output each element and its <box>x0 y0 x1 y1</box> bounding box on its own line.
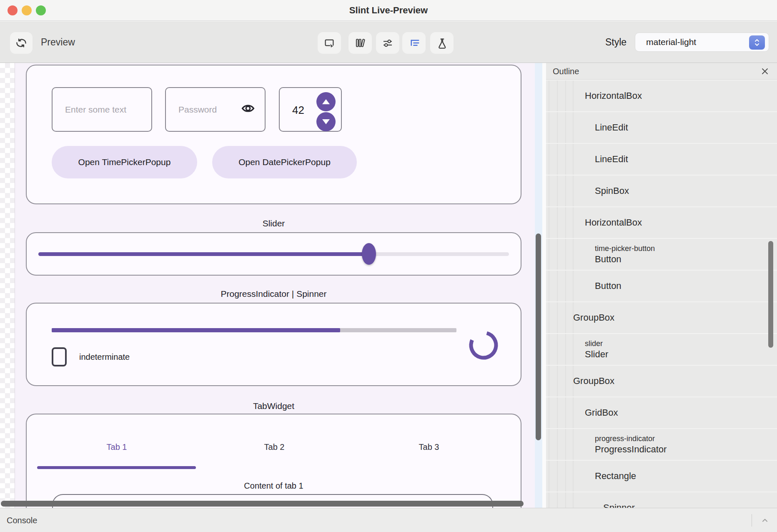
tree-item-spinner[interactable]: Spinner <box>546 492 777 508</box>
password-input-placeholder: Password <box>178 105 217 115</box>
content-area: Enter some text Password 42 Open TimePic… <box>0 63 777 508</box>
spinner-icon <box>468 329 499 363</box>
tree-item-time-picker-button[interactable]: time-picker-buttonButton <box>546 238 777 270</box>
tree-item-groupbox[interactable]: GroupBox <box>546 365 777 396</box>
tabwidget-section-title: TabWidget <box>26 400 521 412</box>
style-dropdown-value: material-light <box>646 37 696 47</box>
spinbox[interactable]: 42 <box>279 87 342 132</box>
triangle-down-icon <box>322 119 330 124</box>
tree-item-progress-indicator[interactable]: progress-indicatorProgressIndicator <box>546 428 777 460</box>
expand-console-button[interactable] <box>759 515 770 526</box>
progress-groupbox <box>26 303 521 386</box>
tree-item-button[interactable]: Button <box>546 270 777 301</box>
outline-header: Outline <box>546 63 777 80</box>
progress-fill <box>52 328 340 332</box>
inputs-groupbox <box>26 65 521 204</box>
close-outline-button[interactable] <box>759 66 770 77</box>
tree-item-spinbox[interactable]: SpinBox <box>546 175 777 206</box>
slider-section-title: Slider <box>26 217 521 230</box>
app-window: Slint Live-Preview Preview Style materia… <box>0 0 777 532</box>
tab-2[interactable]: Tab 2 <box>233 441 316 453</box>
open-date-picker-button[interactable]: Open DatePickerPopup <box>212 146 357 178</box>
slider-fill <box>38 252 369 256</box>
progress-section-title: ProgressIndicator | Spinner <box>26 288 521 300</box>
horizontal-scrollbar-thumb[interactable] <box>1 501 524 507</box>
outline-tree: HorizontalBox LineEdit LineEdit SpinBox … <box>546 80 777 508</box>
outline-tree-icon <box>408 37 420 49</box>
tree-item-slider[interactable]: sliderSlider <box>546 333 777 365</box>
style-dropdown[interactable]: material-light <box>635 33 769 52</box>
open-time-picker-label: Open TimePickerPopup <box>78 157 171 167</box>
outline-panel: Outline HorizontalBox LineEdit LineEdit … <box>546 63 777 508</box>
vertical-scrollbar-thumb[interactable] <box>536 233 541 440</box>
text-input-placeholder: Enter some text <box>65 105 126 115</box>
spinbox-value: 42 <box>292 88 304 133</box>
open-date-picker-label: Open DatePickerPopup <box>238 157 331 167</box>
flask-icon <box>436 37 448 49</box>
tab-3[interactable]: Tab 3 <box>387 441 471 453</box>
tree-item-horizontalbox[interactable]: HorizontalBox <box>546 80 777 111</box>
outline-scrollbar-thumb[interactable] <box>768 241 773 348</box>
toolbar: Preview Style material-light <box>0 21 777 63</box>
slider-track[interactable] <box>38 252 509 256</box>
preview-label: Preview <box>41 21 75 63</box>
tab-1[interactable]: Tab 1 <box>75 441 158 453</box>
outline-title: Outline <box>553 63 579 80</box>
adjustments-button[interactable] <box>376 32 399 54</box>
adjustments-icon <box>381 37 394 49</box>
library-button[interactable] <box>348 32 372 54</box>
tree-item-rectangle[interactable]: Rectangle <box>546 460 777 492</box>
active-tab-indicator <box>37 466 196 469</box>
eye-icon[interactable] <box>241 101 256 118</box>
tree-item-groupbox[interactable]: GroupBox <box>546 301 777 333</box>
library-icon <box>354 37 366 49</box>
open-time-picker-button[interactable]: Open TimePickerPopup <box>52 146 197 178</box>
titlebar: Slint Live-Preview <box>0 0 777 21</box>
experiments-button[interactable] <box>430 32 454 54</box>
select-mode-button[interactable] <box>318 32 341 54</box>
refresh-icon <box>15 37 28 49</box>
tab-content-label: Content of tab 1 <box>26 480 521 492</box>
tree-item-lineedit[interactable]: LineEdit <box>546 143 777 175</box>
slider-thumb[interactable] <box>362 243 376 265</box>
console-label: Console <box>7 508 37 532</box>
console-bar[interactable]: Console <box>0 508 777 532</box>
console-divider <box>752 514 752 527</box>
transparency-checker <box>0 63 15 508</box>
spinbox-decrement-button[interactable] <box>316 112 336 131</box>
refresh-button[interactable] <box>10 32 33 54</box>
style-label: Style <box>605 21 627 63</box>
progress-indicator <box>52 328 456 332</box>
select-cursor-icon <box>323 37 336 49</box>
outline-tree-button[interactable] <box>402 32 426 54</box>
password-input[interactable]: Password <box>165 87 266 132</box>
tree-item-horizontalbox[interactable]: HorizontalBox <box>546 206 777 238</box>
dropdown-chevrons-icon <box>749 35 765 50</box>
spinbox-increment-button[interactable] <box>316 92 336 111</box>
text-input[interactable]: Enter some text <box>52 87 152 132</box>
indeterminate-checkbox[interactable] <box>52 347 67 366</box>
triangle-up-icon <box>322 99 330 104</box>
window-title: Slint Live-Preview <box>0 0 777 21</box>
indeterminate-checkbox-label: indeterminate <box>79 351 130 363</box>
tree-item-gridbox[interactable]: GridBox <box>546 396 777 428</box>
tree-item-lineedit[interactable]: LineEdit <box>546 111 777 143</box>
